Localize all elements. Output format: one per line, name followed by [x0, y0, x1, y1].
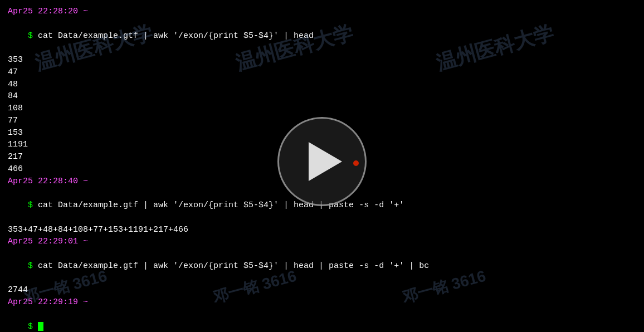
output-5: 108 [8, 102, 636, 115]
current-prompt-line: $ [8, 309, 636, 332]
output-11: 353+47+48+84+108+77+153+1191+217+466 [8, 224, 636, 236]
dollar-sign-2: $ [28, 201, 38, 210]
dollar-sign-3: $ [28, 261, 38, 271]
dollar-sign-1: $ [28, 31, 38, 41]
command-text-3: cat Data/example.gtf | awk '/exon/{print… [38, 261, 429, 271]
command-text-2: cat Data/example.gtf | awk '/exon/{print… [38, 201, 404, 210]
timestamp-line-1: Apr25 22:28:20 ~ [8, 6, 636, 18]
dollar-sign-4: $ [28, 322, 38, 331]
play-icon [309, 142, 342, 181]
output-3: 48 [8, 79, 636, 91]
output-12: 2744 [8, 284, 636, 296]
output-4: 84 [8, 90, 636, 102]
command-line-1: $ cat Data/example.gtf | awk '/exon/{pri… [8, 18, 636, 54]
output-1: 353 [8, 54, 636, 66]
output-2: 47 [8, 66, 636, 79]
timestamp-line-3: Apr25 22:29:01 ~ [8, 236, 636, 248]
command-text-1: cat Data/example.gtf | awk '/exon/{print… [38, 31, 314, 41]
red-dot-indicator [353, 160, 359, 166]
timestamp-line-4: Apr25 22:29:19 ~ [8, 296, 636, 309]
play-button[interactable] [277, 117, 367, 206]
command-line-3: $ cat Data/example.gtf | awk '/exon/{pri… [8, 248, 636, 284]
cursor [38, 322, 43, 331]
terminal-window: Apr25 22:28:20 ~ $ cat Data/example.gtf … [0, 0, 644, 332]
